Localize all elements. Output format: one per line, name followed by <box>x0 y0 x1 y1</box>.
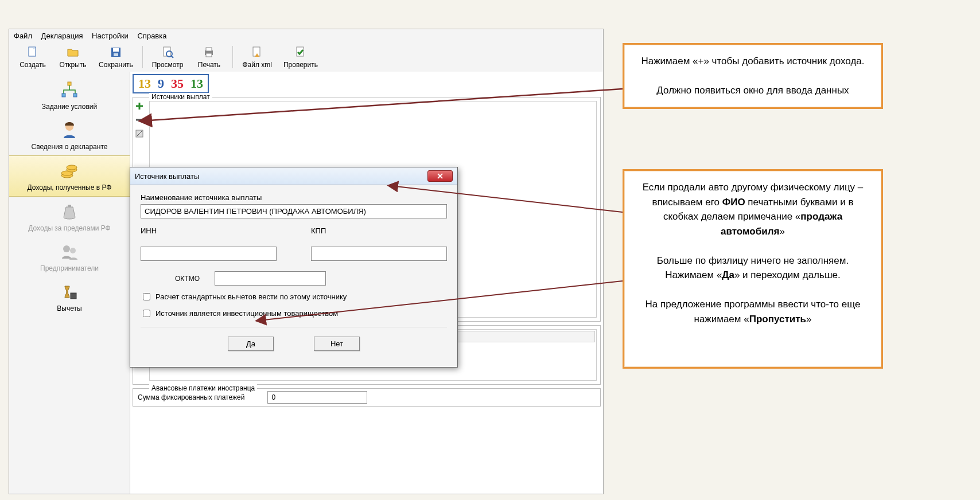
save-icon <box>109 45 123 59</box>
xml-button[interactable]: Файл xml <box>236 44 278 71</box>
check-icon <box>294 45 308 59</box>
app-window: Файл Декларация Настройки Справка Создат… <box>9 29 604 494</box>
menubar: Файл Декларация Настройки Справка <box>9 29 603 42</box>
svg-line-7 <box>171 56 173 58</box>
callout1-line1: Нажимаем «+» чтобы добавить источник дох… <box>638 54 868 69</box>
chk2-label: Источник является инвестиционным товарищ… <box>155 309 338 318</box>
rate-tabs: 13 9 35 13 <box>133 74 209 93</box>
preview-icon <box>161 45 174 59</box>
sources-title: Источники выплат <box>149 93 212 101</box>
menu-file[interactable]: Файл <box>14 32 32 40</box>
remove-source-button[interactable] <box>134 115 145 125</box>
sidebar-item-income-rf[interactable]: Доходы, полученные в РФ <box>9 155 130 197</box>
edit-source-button[interactable] <box>134 128 145 139</box>
standard-deductions-checkbox[interactable] <box>143 293 150 300</box>
toolbar: Создать Открыть Сохранить Просмотр Печат… <box>9 42 603 72</box>
rate-tab-9[interactable]: 9 <box>154 76 168 91</box>
advance-input[interactable] <box>267 391 367 404</box>
minus-icon <box>135 115 144 124</box>
advance-group: Авансовые платежи иностранца Сумма фикси… <box>133 388 601 407</box>
coins-icon <box>59 161 80 181</box>
svg-point-22 <box>63 245 70 252</box>
vase-calc-icon <box>59 282 80 302</box>
sidebar-item-conditions[interactable]: Задание условий <box>9 75 130 115</box>
inn-input[interactable] <box>141 247 277 261</box>
preview-button[interactable]: Просмотр <box>146 44 189 71</box>
person-icon <box>59 120 80 140</box>
annotation-callout-2: Если продали авто другому физическому ли… <box>623 169 883 369</box>
save-label: Сохранить <box>99 61 133 69</box>
save-button[interactable]: Сохранить <box>93 44 139 71</box>
source-name-input[interactable] <box>141 204 447 218</box>
kpp-input[interactable] <box>311 247 447 261</box>
no-button[interactable]: Нет <box>314 337 360 351</box>
plus-icon <box>135 101 144 111</box>
inn-label: ИНН <box>141 226 277 235</box>
preview-label: Просмотр <box>152 61 184 69</box>
advance-label: Сумма фиксированных платежей <box>138 393 244 401</box>
svg-point-23 <box>70 248 76 253</box>
svg-point-20 <box>67 165 77 170</box>
create-button[interactable]: Создать <box>13 44 53 71</box>
menu-declaration[interactable]: Декларация <box>41 32 83 40</box>
sidebar-item-deductions[interactable]: Вычеты <box>9 277 130 317</box>
yes-button[interactable]: Да <box>228 337 274 351</box>
open-label: Открыть <box>59 61 86 69</box>
menu-help[interactable]: Справка <box>137 32 166 40</box>
open-button[interactable]: Открыть <box>53 44 93 71</box>
print-icon <box>202 45 216 59</box>
sidebar-label: Доходы, полученные в РФ <box>28 183 112 192</box>
oktmo-input[interactable] <box>215 271 326 286</box>
chk1-label: Расчет стандартных вычетов вести по этом… <box>155 292 347 301</box>
rate-tab-35[interactable]: 35 <box>168 76 187 91</box>
sidebar-label: Сведения о декларанте <box>32 143 108 151</box>
svg-rect-4 <box>114 53 118 56</box>
sidebar-item-income-abroad: Доходы за пределами РФ <box>9 197 130 237</box>
sidebar-item-entrepreneurs: Предприниматели <box>9 237 130 277</box>
callout1-line2: Должно появиться окно для ввода данных <box>638 83 868 98</box>
source-dialog: Источник выплаты Наименование источника … <box>130 167 458 368</box>
edit-icon <box>135 129 144 138</box>
rate-tab-13-green[interactable]: 13 <box>187 76 207 91</box>
folder-open-icon <box>66 45 80 59</box>
check-label: Проверить <box>283 61 318 69</box>
sidebar-label: Вычеты <box>57 304 81 312</box>
svg-rect-3 <box>113 48 119 52</box>
kpp-label: КПП <box>311 226 447 235</box>
create-label: Создать <box>20 61 46 69</box>
sidebar-item-declarant[interactable]: Сведения о декларанте <box>9 115 130 155</box>
print-button[interactable]: Печать <box>189 44 229 71</box>
xml-file-icon <box>250 45 264 59</box>
svg-rect-21 <box>68 205 71 207</box>
close-icon <box>437 173 444 179</box>
sidebar-label: Предприниматели <box>40 264 99 272</box>
dialog-titlebar: Источник выплаты <box>130 167 457 185</box>
source-name-label: Наименование источника выплаты <box>141 193 447 202</box>
svg-rect-24 <box>71 293 76 299</box>
svg-rect-10 <box>206 53 212 57</box>
svg-rect-9 <box>206 48 212 51</box>
svg-rect-15 <box>73 93 77 97</box>
dialog-title: Источник выплаты <box>135 172 199 181</box>
annotation-callout-1: Нажимаем «+» чтобы добавить источник дох… <box>623 43 883 109</box>
sidebar-label: Доходы за пределами РФ <box>28 224 110 232</box>
money-bag-icon <box>59 201 80 222</box>
callout2-p1: Если продали авто другому физическому ли… <box>638 180 868 239</box>
check-button[interactable]: Проверить <box>278 44 324 71</box>
new-file-icon <box>26 45 40 59</box>
svg-rect-13 <box>68 82 71 85</box>
rate-tab-13-yellow[interactable]: 13 <box>135 76 154 91</box>
investment-partnership-checkbox[interactable] <box>143 310 150 317</box>
sidebar: Задание условий Сведения о декларанте До… <box>9 72 130 494</box>
print-label: Печать <box>198 61 220 69</box>
menu-settings[interactable]: Настройки <box>92 32 129 40</box>
svg-rect-14 <box>62 93 65 97</box>
advance-title: Авансовые платежи иностранца <box>149 384 257 392</box>
callout2-p2: Больше по физлицу ничего не заполняем. Н… <box>638 253 868 283</box>
people-icon <box>59 241 80 262</box>
dialog-close-button[interactable] <box>427 170 453 182</box>
sidebar-label: Задание условий <box>42 103 97 111</box>
tree-icon <box>59 80 80 100</box>
callout2-p3: На предложение программы ввести что-то е… <box>638 297 868 326</box>
add-source-button[interactable] <box>134 101 145 111</box>
